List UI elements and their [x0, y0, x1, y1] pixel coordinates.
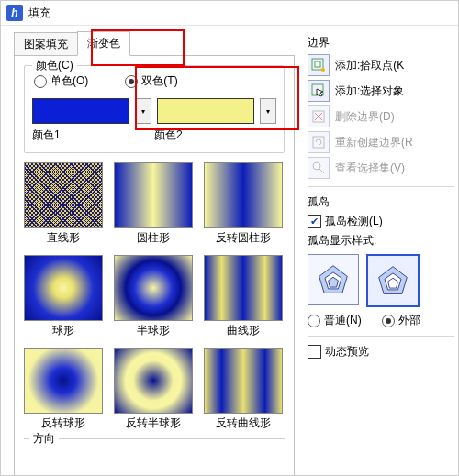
chevron-down-icon: ▾ — [266, 107, 270, 116]
add-select-label: 添加:选择对象 — [335, 83, 404, 99]
gradient-thumb[interactable]: 曲线形 — [204, 255, 283, 338]
island-outer-label[interactable]: 外部 — [398, 313, 420, 328]
color-legend: 颜色(C) — [32, 58, 77, 73]
divider — [308, 336, 454, 337]
chevron-down-icon: ▾ — [141, 107, 145, 116]
radio-icon — [382, 315, 395, 327]
svg-rect-1 — [315, 61, 320, 67]
view-set-button — [308, 157, 330, 179]
dynamic-preview-label: 动态预览 — [325, 344, 369, 360]
gradient-thumb[interactable]: 反转球形 — [24, 348, 103, 431]
recreate-icon — [311, 135, 326, 149]
gradient-thumb[interactable]: 反转半球形 — [114, 348, 193, 431]
svg-point-8 — [313, 162, 320, 170]
viewset-icon — [311, 161, 326, 175]
view-set-label: 查看选择集(V) — [335, 161, 405, 176]
gradient-thumb-label: 半球形 — [114, 323, 193, 338]
swatch1-dropdown[interactable]: ▾ — [135, 98, 151, 124]
gradient-thumb[interactable]: 反转曲线形 — [204, 348, 283, 431]
direction-legend: 方向 — [29, 431, 59, 447]
gradient-gallery: 直线形圆柱形反转圆柱形球形半球形曲线形反转球形反转半球形反转曲线形 — [24, 162, 285, 431]
island-detect-label: 孤岛检测(L) — [325, 214, 383, 229]
swatch2-dropdown[interactable]: ▾ — [260, 98, 276, 124]
gradient-preview — [204, 348, 283, 414]
island-style-outer[interactable] — [366, 254, 420, 307]
gradient-thumb-label: 反转曲线形 — [204, 415, 283, 431]
recreate-boundary-label: 重新创建边界(R — [335, 135, 413, 150]
gradient-thumb[interactable]: 圆柱形 — [114, 162, 193, 246]
island-style-label: 孤岛显示样式: — [308, 233, 454, 249]
checkbox-icon — [308, 345, 321, 359]
gradient-preview — [114, 348, 193, 414]
color-group: 颜色(C) 单色(O) 双色(T) — [24, 65, 285, 153]
svg-point-2 — [321, 68, 325, 72]
pentagon-normal-icon — [317, 263, 350, 296]
gradient-preview — [204, 162, 283, 228]
gradient-thumb-label: 圆柱形 — [114, 230, 193, 246]
titlebar: h 填充 — [1, 1, 458, 26]
gradient-thumb-label: 曲线形 — [204, 323, 283, 338]
color2-label: 颜色2 — [154, 127, 276, 143]
color1-label: 颜色1 — [32, 127, 154, 143]
add-pickpoint-button[interactable] — [308, 54, 330, 76]
divider — [308, 186, 454, 187]
radio-label: 单色(O) — [50, 73, 88, 89]
swatch-color2[interactable] — [157, 98, 254, 124]
radio-double-color[interactable]: 双色(T) — [125, 73, 177, 89]
radio-label: 双色(T) — [141, 73, 177, 89]
gradient-thumb-label: 反转半球形 — [114, 415, 193, 431]
right-panel: 边界 添加:拾取点(K 添加:选择对象 删除边界(D) — [304, 26, 458, 476]
checkbox-icon: ✔ — [308, 215, 321, 228]
remove-boundary-label: 删除边界(D) — [335, 109, 395, 125]
radio-icon — [125, 75, 138, 88]
add-select-button[interactable] — [308, 80, 330, 102]
pickpoint-icon — [311, 58, 326, 72]
gradient-thumb[interactable]: 反转圆柱形 — [204, 162, 283, 246]
app-icon: h — [6, 5, 23, 21]
island-normal-label[interactable]: 普通(N) — [324, 313, 362, 328]
gradient-thumb[interactable]: 直线形 — [24, 162, 103, 246]
gradient-preview — [24, 255, 103, 321]
island-title: 孤岛 — [308, 194, 454, 210]
radio-single-color[interactable]: 单色(O) — [34, 73, 88, 89]
gradient-thumb[interactable]: 球形 — [24, 255, 103, 338]
gradient-preview — [114, 255, 193, 321]
gradient-thumb-label: 反转球形 — [24, 415, 103, 431]
tab-pattern[interactable]: 图案填充 — [14, 32, 78, 56]
select-icon — [311, 83, 326, 98]
dynamic-preview-checkbox[interactable]: 动态预览 — [308, 344, 454, 360]
left-panel: 图案填充 渐变色 颜色(C) 单色(O) 双色(T) — [1, 26, 304, 476]
boundary-title: 边界 — [308, 35, 454, 50]
recreate-boundary-button — [308, 131, 330, 153]
remove-boundary-button — [308, 105, 330, 127]
gradient-preview — [24, 348, 103, 414]
dialog-window: h 填充 图案填充 渐变色 颜色(C) 单色(O) — [0, 0, 459, 476]
radio-icon — [308, 315, 320, 327]
pentagon-outer-icon — [376, 264, 409, 297]
gradient-preview — [114, 162, 193, 228]
gradient-thumb[interactable]: 半球形 — [114, 255, 193, 338]
gradient-thumb-label: 直线形 — [24, 230, 103, 246]
gradient-preview — [204, 255, 283, 321]
window-title: 填充 — [28, 6, 50, 21]
swatch-color1[interactable] — [32, 98, 129, 124]
gradient-thumb-label: 反转圆柱形 — [204, 230, 283, 246]
add-pickpoint-label: 添加:拾取点(K — [335, 58, 404, 73]
direction-group: 方向 — [24, 438, 285, 443]
gradient-thumb-label: 球形 — [24, 323, 103, 338]
radio-icon — [34, 75, 47, 88]
svg-line-9 — [319, 169, 324, 173]
tab-gradient[interactable]: 渐变色 — [77, 31, 130, 56]
svg-rect-7 — [313, 137, 324, 148]
tab-body: 颜色(C) 单色(O) 双色(T) — [14, 55, 295, 476]
island-detect-checkbox[interactable]: ✔ 孤岛检测(L) — [308, 214, 454, 229]
gradient-preview — [24, 162, 103, 228]
remove-icon — [311, 109, 326, 124]
island-style-normal[interactable] — [308, 254, 359, 305]
